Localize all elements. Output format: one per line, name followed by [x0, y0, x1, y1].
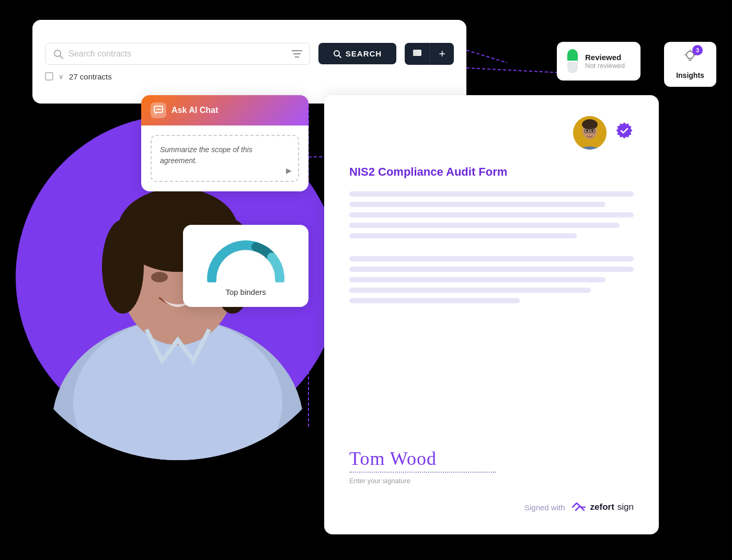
send-icon[interactable]: ▶	[286, 166, 292, 175]
search-button-icon	[333, 50, 341, 58]
ai-chat-header: Ask AI Chat	[141, 95, 308, 125]
gauge-chart	[204, 235, 288, 282]
insights-count-badge: 3	[692, 45, 703, 55]
top-binders-label: Top binders	[225, 288, 266, 296]
svg-point-33	[582, 119, 598, 130]
contracts-count: 27 contracts	[69, 72, 112, 81]
top-binders-panel[interactable]: Top binders	[183, 225, 308, 307]
doc-header-row	[349, 116, 634, 150]
enter-signature-hint: Enter your signature	[349, 477, 410, 485]
search-button[interactable]: SEARCH	[318, 43, 396, 64]
search-panel: Search contracts SEARCH	[32, 20, 466, 104]
search-row: Search contracts SEARCH	[45, 43, 454, 65]
section-gap-1	[349, 244, 634, 256]
ai-chat-panel: Ask AI Chat Summarize the scope of this …	[141, 95, 308, 191]
not-reviewed-label: Not reviewed	[585, 62, 625, 70]
plus-icon: +	[439, 48, 445, 60]
add-button-group[interactable]: +	[405, 43, 454, 65]
signed-with-text: Signed with	[524, 503, 565, 512]
select-all-checkbox[interactable]	[45, 72, 53, 81]
chevron-down-icon: ∨	[59, 73, 64, 81]
doc-line-4	[349, 223, 620, 228]
insights-icon-wrapper: 3	[683, 49, 697, 66]
document-title: NIS2 Compliance Audit Form	[349, 165, 634, 179]
zefort-logo-icon	[570, 501, 587, 513]
filter-icon[interactable]	[292, 50, 302, 58]
chat-icon	[151, 102, 166, 118]
zefort-brand-text: zefort	[590, 502, 614, 512]
svg-point-30	[159, 109, 161, 110]
zefort-logo: zefort sign	[570, 501, 634, 513]
ai-chat-title: Ask AI Chat	[171, 106, 218, 115]
svg-point-35	[591, 130, 593, 132]
document-panel: NIS2 Compliance Audit Form Tom Wood Ente…	[324, 95, 659, 534]
reviewed-badge[interactable]: Reviewed Not reviewed	[557, 42, 641, 81]
svg-line-20	[339, 55, 341, 58]
doc-line-9	[349, 288, 591, 293]
svg-point-7	[151, 272, 168, 282]
search-placeholder: Search contracts	[68, 49, 287, 59]
svg-point-5	[102, 220, 144, 314]
reviewed-text-col: Reviewed Not reviewed	[585, 53, 625, 70]
search-icon	[53, 49, 63, 59]
ai-chat-body[interactable]: Summarize the scope of this agreement. ▶	[141, 125, 308, 191]
doc-line-6	[349, 256, 634, 261]
doc-line-3	[349, 212, 634, 218]
doc-line-7	[349, 267, 634, 272]
contracts-row: ∨ 27 contracts	[45, 72, 454, 81]
svg-point-28	[156, 109, 158, 110]
svg-rect-22	[413, 50, 417, 56]
svg-point-29	[158, 109, 159, 110]
flag-button[interactable]	[405, 43, 430, 65]
verified-badge-icon	[615, 121, 634, 144]
signature-text: Tom Wood	[349, 448, 634, 470]
plus-button[interactable]: +	[430, 43, 454, 65]
signature-area[interactable]: Tom Wood Enter your signature	[349, 437, 634, 485]
reviewed-indicator	[567, 49, 578, 73]
doc-line-2	[349, 202, 605, 207]
ai-prompt-box[interactable]: Summarize the scope of this agreement. ▶	[151, 135, 299, 182]
svg-line-15	[60, 56, 63, 59]
doc-footer: Signed with zefort sign	[349, 501, 634, 513]
svg-point-34	[586, 130, 588, 132]
doc-avatar	[573, 116, 607, 150]
doc-line-1	[349, 191, 634, 197]
zefort-suffix-text: sign	[617, 502, 634, 512]
doc-line-10	[349, 298, 520, 303]
search-input-wrapper[interactable]: Search contracts	[45, 43, 310, 65]
insights-label: Insights	[676, 71, 704, 79]
doc-line-5	[349, 233, 577, 238]
signature-line	[349, 472, 496, 473]
insights-badge[interactable]: 3 Insights	[664, 42, 716, 87]
svg-point-14	[54, 50, 61, 56]
reviewed-label: Reviewed	[585, 53, 625, 62]
search-button-label: SEARCH	[346, 49, 382, 58]
ai-prompt-text: Summarize the scope of this agreement.	[160, 144, 290, 166]
flag-icon	[412, 49, 422, 59]
doc-line-8	[349, 277, 605, 282]
